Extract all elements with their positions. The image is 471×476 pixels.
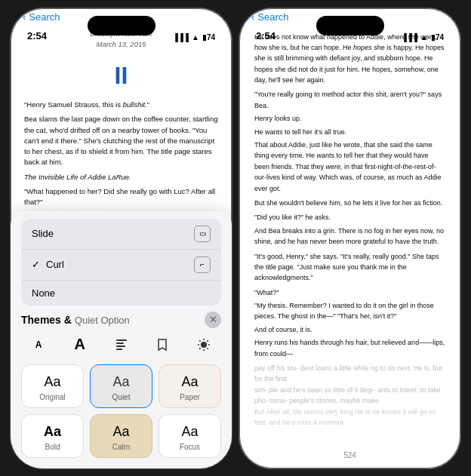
- theme-original-label: Original: [39, 393, 65, 401]
- right-para-2: "You're really going to method actor thi…: [254, 89, 445, 111]
- right-para-12: And of course, it is.: [254, 324, 445, 335]
- svg-rect-3: [116, 349, 122, 350]
- font-size-increase-button[interactable]: A: [66, 333, 94, 357]
- svg-line-10: [207, 348, 208, 349]
- theme-quiet[interactable]: Aa Quiet: [90, 364, 152, 408]
- none-label: None: [32, 287, 55, 299]
- themes-header: Themes & Quiet Option ✕: [21, 312, 221, 328]
- right-para-11: "My thesis. Remember? I wanted to do it …: [254, 300, 445, 322]
- svg-rect-0: [116, 339, 127, 341]
- signal-icon-right: ▐▐▐: [402, 33, 417, 41]
- right-para-8: And Bea breaks into a grin. There is no …: [254, 226, 445, 247]
- chapter-number: II: [24, 57, 218, 94]
- right-phone: 2:54 ▐▐▐ ▲ ▮74 ‹ Search He does not know…: [239, 8, 461, 469]
- theme-original[interactable]: Aa Original: [21, 364, 84, 408]
- theme-calm-label: Calm: [112, 443, 130, 451]
- theme-paper[interactable]: Aa Paper: [159, 364, 221, 408]
- slide-label: Slide: [32, 228, 54, 239]
- wifi-icon: ▲: [192, 33, 199, 41]
- themes-title: Themes & Quiet Option: [21, 314, 130, 326]
- slide-item-none[interactable]: None: [21, 281, 221, 306]
- slide-item-left-curl: ✓ Curl: [32, 259, 64, 270]
- toolbar-row: A A: [21, 333, 221, 357]
- bookmark-button[interactable]: [148, 333, 177, 357]
- book-para-3: "What happened to her? Did she really go…: [24, 186, 218, 208]
- slide-icon-curl: ⌐: [194, 256, 211, 273]
- svg-rect-2: [116, 345, 125, 347]
- text-icon: [115, 338, 128, 352]
- theme-calm[interactable]: Aa Calm: [90, 414, 152, 458]
- signal-icon: ▐▐▐: [173, 33, 189, 41]
- dynamic-island-right: [316, 16, 384, 35]
- book-text-right: He does not know what happened to Addie,…: [239, 23, 460, 438]
- right-para-fade2: sim- ple and he's seen so little of it d…: [254, 385, 445, 407]
- svg-point-4: [201, 342, 207, 348]
- right-para-fade: pay off his stu- dent loans a little whi…: [254, 363, 445, 385]
- slide-item-left-none: None: [32, 287, 55, 299]
- battery-icon-right: ▮74: [431, 33, 444, 41]
- font-size-decrease-button[interactable]: A: [24, 333, 53, 357]
- status-time-right: 2:54: [256, 30, 276, 41]
- theme-paper-label: Paper: [180, 393, 200, 401]
- right-phone-content: ‹ Search He does not know what happened …: [239, 8, 460, 438]
- themes-grid: Aa Original Aa Quiet Aa Paper Aa Bold: [21, 364, 221, 458]
- svg-rect-1: [116, 342, 124, 344]
- right-para-13: Henry runs his hands through his hair, b…: [254, 337, 445, 359]
- status-icons-right: ▐▐▐ ▲ ▮74: [402, 33, 444, 41]
- wifi-icon-right: ▲: [420, 33, 428, 41]
- brightness-button[interactable]: [189, 333, 218, 357]
- book-para-2: Bea slams the last page down on the coff…: [24, 114, 218, 167]
- theme-quiet-aa: Aa: [112, 374, 129, 390]
- brightness-icon: [197, 338, 211, 352]
- theme-quiet-label: Quiet: [112, 393, 131, 401]
- right-para-fade3: But After all, life seems very long He i…: [254, 407, 445, 428]
- slide-icon-slide: ▭: [194, 226, 211, 242]
- right-para-10: "What?": [254, 287, 445, 298]
- battery-icon: ▮74: [202, 33, 215, 41]
- main-container: 2:54 ▐▐▐ ▲ ▮74 ‹ Search Brooklyn, New Yo…: [4, 2, 467, 475]
- dynamic-island-left: [88, 16, 155, 35]
- status-icons-left: ▐▐▐ ▲ ▮74: [173, 33, 215, 41]
- theme-paper-aa: Aa: [181, 374, 198, 390]
- svg-line-12: [199, 348, 200, 349]
- right-para-6: But she wouldn't believe him, so he lets…: [254, 198, 445, 208]
- theme-bold-aa: Aa: [44, 424, 61, 440]
- font-style-button[interactable]: [107, 333, 136, 357]
- theme-original-aa: Aa: [44, 374, 60, 390]
- theme-bold-label: Bold: [45, 443, 60, 451]
- page-number: 524: [239, 451, 460, 459]
- slide-item-curl[interactable]: ✓ Curl ⌐: [21, 250, 221, 281]
- quiet-option: Quiet Option: [75, 315, 130, 326]
- theme-bold[interactable]: Aa Bold: [21, 414, 84, 458]
- slide-menu: Slide ▭ ✓ Curl ⌐ None: [21, 219, 221, 306]
- book-para-1: "Henry Samuel Strauss, this is bullshit.…: [24, 100, 218, 110]
- theme-calm-aa: Aa: [112, 424, 129, 440]
- book-italic: bullshit.: [123, 100, 147, 109]
- slide-item-slide[interactable]: Slide ▭: [21, 219, 221, 250]
- slide-item-left-slide: Slide: [32, 228, 54, 239]
- right-para-3: Henry looks up.: [254, 113, 445, 124]
- theme-focus-label: Focus: [180, 443, 200, 451]
- check-mark-curl: ✓: [32, 259, 40, 270]
- book-title-italic: The Invisible Life of Addie LaRue.: [24, 172, 218, 183]
- left-phone: 2:54 ▐▐▐ ▲ ▮74 ‹ Search Brooklyn, New Yo…: [10, 8, 232, 469]
- overlay-panel: Slide ▭ ✓ Curl ⌐ None: [11, 211, 232, 468]
- curl-label: Curl: [46, 259, 64, 270]
- quote-start: "Henry Samuel Strauss, this is: [24, 100, 123, 109]
- right-para-5: That about Addie, just like he wrote, th…: [254, 140, 445, 194]
- theme-focus[interactable]: Aa Focus: [159, 414, 221, 458]
- right-para-7: "Did you like it?" he asks.: [254, 212, 445, 223]
- svg-line-11: [207, 340, 208, 341]
- theme-focus-aa: Aa: [181, 424, 198, 440]
- close-button[interactable]: ✕: [205, 312, 221, 328]
- right-para-9: "It's good, Henry," she says. "It's real…: [254, 251, 445, 284]
- status-time-left: 2:54: [27, 30, 47, 41]
- bookmark-icon: [157, 338, 168, 352]
- right-para-4: He wants to tell her it's all true.: [254, 127, 445, 137]
- svg-line-9: [199, 340, 200, 341]
